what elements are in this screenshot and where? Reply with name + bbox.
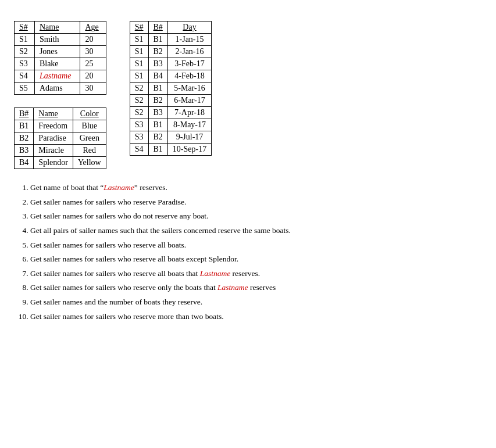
- boat-cell-b: B2: [15, 132, 34, 145]
- query-text-after: ” reserves.: [134, 183, 167, 192]
- boat-cell-b: B1: [15, 120, 34, 132]
- res-cell-day: 4-Feb-18: [167, 70, 211, 83]
- reservation-row: S1B44-Feb-18: [130, 70, 211, 83]
- sailer-header-s: S#: [15, 21, 35, 34]
- res-cell-b: B2: [148, 131, 167, 144]
- boat-cell-name: Miracle: [34, 145, 73, 157]
- res-cell-s: S1: [130, 70, 148, 83]
- query-lastname: Lastname: [217, 283, 248, 292]
- reservation-row: S4B110-Sep-17: [130, 144, 211, 156]
- boat-row: B4SplendorYellow: [15, 157, 106, 169]
- sailer-row: S2Jones30: [15, 46, 106, 58]
- reservation-row: S3B18-May-17: [130, 119, 211, 131]
- boat-cell-b: B3: [15, 145, 34, 157]
- boat-table-container: B# Name Color B1FreedomBlueB2ParadiseGre…: [14, 106, 106, 169]
- queries-section: Get name of boat that “Lastname” reserve…: [14, 181, 482, 323]
- tables-section: S# Name Age S1Smith20S2Jones30S3Blake25S…: [14, 20, 482, 169]
- boat-cell-name: Paradise: [34, 132, 73, 145]
- res-cell-s: S1: [130, 46, 148, 58]
- res-cell-s: S1: [130, 34, 148, 46]
- query-text: Get sailer names for sailers who reserve…: [30, 283, 217, 292]
- query-item: Get sailer names for sailers who do not …: [30, 209, 482, 223]
- res-cell-s: S2: [130, 83, 148, 95]
- sailer-cell-s: S3: [15, 58, 35, 70]
- reservation-table: S# B# Day S1B11-Jan-15S1B22-Jan-16S1B33-…: [130, 21, 212, 156]
- boat-header-b: B#: [15, 108, 34, 120]
- reservation-row: S2B26-Mar-17: [130, 95, 211, 107]
- sailer-table: S# Name Age S1Smith20S2Jones30S3Blake25S…: [14, 21, 106, 95]
- boat-row: B3MiracleRed: [15, 145, 106, 157]
- query-item: Get sailer names and the number of boats…: [30, 295, 482, 309]
- sailer-cell-name: Blake: [34, 58, 80, 70]
- query-text: Get name of boat that “: [30, 183, 104, 192]
- boat-header-name: Name: [34, 108, 73, 120]
- boat-cell-name: Splendor: [34, 157, 73, 169]
- query-item: Get sailer names for sailers who reserve…: [30, 281, 482, 295]
- sailer-cell-name: Adams: [34, 83, 80, 95]
- res-cell-b: B1: [148, 34, 167, 46]
- sailer-header-age: Age: [80, 21, 106, 34]
- res-cell-day: 6-Mar-17: [167, 95, 211, 107]
- boat-table: B# Name Color B1FreedomBlueB2ParadiseGre…: [14, 107, 106, 169]
- res-cell-day: 8-May-17: [167, 119, 211, 131]
- res-cell-day: 10-Sep-17: [167, 144, 211, 156]
- reservation-row: S1B22-Jan-16: [130, 46, 211, 58]
- sailer-cell-age: 25: [80, 58, 106, 70]
- res-cell-day: 9-Jul-17: [167, 131, 211, 144]
- sailer-cell-name: Lastname: [34, 70, 80, 83]
- res-cell-s: S2: [130, 107, 148, 119]
- res-cell-day: 2-Jan-16: [167, 46, 211, 58]
- res-cell-b: B3: [148, 58, 167, 70]
- sailer-header-name: Name: [34, 21, 80, 34]
- query-item: Get name of boat that “Lastname” reserve…: [30, 181, 482, 195]
- sailer-cell-s: S2: [15, 46, 35, 58]
- boat-header-color: Color: [73, 108, 106, 120]
- query-item: Get sailer names for sailers who reserve…: [30, 310, 482, 324]
- query-text-after: reserves: [248, 283, 276, 292]
- res-cell-b: B2: [148, 95, 167, 107]
- query-item: Get sailer names for sailers who reserve…: [30, 238, 482, 252]
- query-text: Get sailer names for sailers who reserve…: [30, 269, 200, 278]
- query-item: Get sailer names for sailers who reserve…: [30, 267, 482, 281]
- res-header-s: S#: [130, 21, 148, 34]
- boat-row: B1FreedomBlue: [15, 120, 106, 132]
- res-header-b: B#: [148, 21, 167, 34]
- res-cell-day: 7-Apr-18: [167, 107, 211, 119]
- left-tables: S# Name Age S1Smith20S2Jones30S3Blake25S…: [14, 20, 106, 169]
- reservation-row: S1B11-Jan-15: [130, 34, 211, 46]
- sailer-row: S3Blake25: [15, 58, 106, 70]
- sailer-cell-age: 30: [80, 46, 106, 58]
- query-item: Get sailer names for sailers who reserve…: [30, 252, 482, 266]
- res-cell-s: S3: [130, 119, 148, 131]
- res-header-day: Day: [167, 21, 211, 34]
- sailer-cell-name: Jones: [34, 46, 80, 58]
- sailer-row: S4Lastname20: [15, 70, 106, 83]
- boat-cell-color: Red: [73, 145, 106, 157]
- reservation-row: S2B15-Mar-16: [130, 83, 211, 95]
- boat-cell-name: Freedom: [34, 120, 73, 132]
- res-cell-day: 1-Jan-15: [167, 34, 211, 46]
- queries-list: Get name of boat that “Lastname” reserve…: [14, 181, 482, 323]
- sailer-cell-s: S4: [15, 70, 35, 83]
- sailer-cell-s: S5: [15, 83, 35, 95]
- reservation-row: S3B29-Jul-17: [130, 131, 211, 144]
- sailer-row: S5Adams30: [15, 83, 106, 95]
- reservation-row: S2B37-Apr-18: [130, 107, 211, 119]
- reservation-row: S1B33-Feb-17: [130, 58, 211, 70]
- res-cell-s: S3: [130, 131, 148, 144]
- res-cell-day: 5-Mar-16: [167, 83, 211, 95]
- query-item: Get sailer names for sailers who reserve…: [30, 195, 482, 209]
- res-cell-s: S1: [130, 58, 148, 70]
- res-cell-day: 3-Feb-17: [167, 58, 211, 70]
- sailer-cell-age: 30: [80, 83, 106, 95]
- boat-cell-color: Blue: [73, 120, 106, 132]
- query-item: Get all pairs of sailer names such that …: [30, 224, 482, 238]
- res-cell-b: B2: [148, 46, 167, 58]
- boat-cell-b: B4: [15, 157, 34, 169]
- sailer-table-container: S# Name Age S1Smith20S2Jones30S3Blake25S…: [14, 20, 106, 95]
- query-lastname: Lastname: [104, 183, 134, 192]
- sailer-cell-age: 20: [80, 34, 106, 46]
- res-cell-b: B1: [148, 83, 167, 95]
- res-cell-b: B1: [148, 144, 167, 156]
- res-cell-s: S4: [130, 144, 148, 156]
